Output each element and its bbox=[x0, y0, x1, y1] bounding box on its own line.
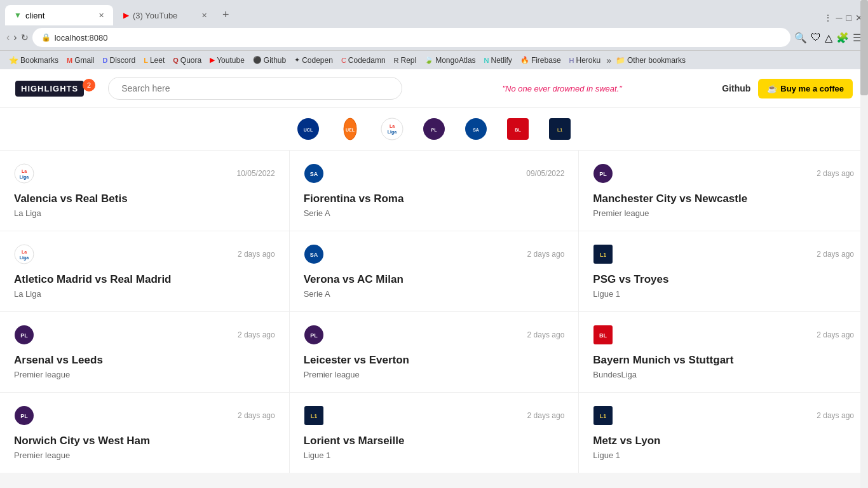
match-date: 2 days ago bbox=[527, 411, 565, 420]
match-card[interactable]: SA 09/05/2022 Fiorentina vs Roma Serie A bbox=[290, 151, 579, 231]
url-text[interactable]: localhost:8080 bbox=[55, 33, 108, 43]
match-title: Norwich City vs West Ham bbox=[14, 435, 275, 447]
match-card[interactable]: PL 2 days ago Norwich City vs West Ham P… bbox=[0, 393, 289, 473]
svg-text:PL: PL bbox=[20, 413, 28, 419]
coffee-button[interactable]: ☕ Buy me a coffee bbox=[758, 79, 853, 98]
match-meta: PL 2 days ago bbox=[593, 163, 854, 184]
folder-icon: 📁 bbox=[616, 56, 625, 65]
match-meta: La Liga 10/05/2022 bbox=[14, 163, 275, 184]
minimize-btn[interactable]: ─ bbox=[836, 13, 843, 23]
bookmark-bookmarks[interactable]: ⭐ Bookmarks bbox=[5, 55, 62, 66]
bookmark-firebase[interactable]: 🔥 Firebase bbox=[517, 55, 565, 66]
tab-yt-favicon: ▶ bbox=[123, 11, 129, 20]
forward-button[interactable]: › bbox=[13, 32, 17, 43]
bookmark-other[interactable]: 📁 Other bookmarks bbox=[612, 55, 689, 66]
svg-text:L1: L1 bbox=[600, 252, 607, 258]
match-title: Atletico Madrid vs Real Madrid bbox=[14, 273, 275, 286]
bookmark-repl[interactable]: R Repl bbox=[390, 55, 421, 66]
match-date: 2 days ago bbox=[817, 250, 854, 259]
tab-active[interactable]: ▼ client ✕ bbox=[5, 5, 113, 25]
match-title: Lorient vs Marseille bbox=[304, 435, 565, 447]
codepen-icon: ✦ bbox=[294, 56, 300, 64]
address-input-wrapper[interactable]: 🔒 localhost:8080 bbox=[32, 28, 790, 47]
github-button[interactable]: Github bbox=[722, 83, 750, 93]
bookmark-gmail[interactable]: M Gmail bbox=[63, 55, 98, 66]
match-card[interactable]: La Liga 2 days ago Atletico Madrid vs Re… bbox=[0, 231, 289, 311]
match-title: Fiorentina vs Roma bbox=[304, 193, 565, 205]
match-card[interactable]: L1 2 days ago Metz vs Lyon Ligue 1 bbox=[579, 393, 868, 473]
svg-text:PL: PL bbox=[310, 332, 318, 339]
league-icon-cl[interactable]: UCL bbox=[296, 117, 320, 141]
match-league-label: Serie A bbox=[304, 289, 565, 299]
match-meta: SA 09/05/2022 bbox=[304, 163, 565, 184]
match-title: Arsenal vs Leeds bbox=[14, 354, 275, 367]
extensions-icon[interactable]: 🧩 bbox=[836, 32, 849, 44]
match-date: 2 days ago bbox=[817, 169, 854, 178]
search-input[interactable] bbox=[108, 77, 402, 100]
new-tab-button[interactable]: + bbox=[217, 8, 234, 22]
back-button[interactable]: ‹ bbox=[6, 32, 10, 43]
bookmark-quora[interactable]: Q Quora bbox=[169, 55, 205, 66]
bookmark-netlify[interactable]: N Netlify bbox=[480, 55, 516, 66]
scrollbar-thumb[interactable] bbox=[860, 0, 868, 95]
maximize-btn[interactable]: □ bbox=[846, 13, 851, 23]
svg-text:La: La bbox=[22, 169, 27, 173]
tab-yt-close[interactable]: ✕ bbox=[201, 11, 207, 20]
league-icon-laliga[interactable]: La Liga bbox=[380, 117, 404, 141]
svg-text:PL: PL bbox=[600, 171, 607, 177]
leet-icon: L bbox=[144, 57, 148, 64]
match-card[interactable]: PL 2 days ago Arsenal vs Leeds Premier l… bbox=[0, 312, 289, 392]
tab-close-btn[interactable]: ✕ bbox=[98, 11, 104, 20]
match-league-label: Serie A bbox=[304, 208, 565, 218]
bookmark-github[interactable]: ⚫ Github bbox=[249, 55, 290, 66]
reload-button[interactable]: ↻ bbox=[21, 32, 29, 43]
match-card[interactable]: L1 2 days ago Lorient vs Marseille Ligue… bbox=[290, 393, 579, 473]
match-card[interactable]: SA 2 days ago Verona vs AC Milan Serie A bbox=[290, 231, 579, 311]
repl-icon: R bbox=[394, 57, 399, 64]
more-bookmarks-icon[interactable]: » bbox=[606, 55, 611, 65]
match-meta: L1 2 days ago bbox=[593, 244, 854, 264]
league-icon-seriea[interactable]: SA bbox=[464, 117, 488, 141]
match-meta: SA 2 days ago bbox=[304, 244, 565, 264]
brave-shield-icon[interactable]: 🛡 bbox=[811, 32, 821, 43]
heroku-icon: H bbox=[569, 57, 574, 64]
address-bar: ‹ › ↻ 🔒 localhost:8080 🔍 🛡 △ 🧩 ☰ bbox=[0, 25, 868, 50]
bookmark-mongo[interactable]: 🍃 MongoAtlas bbox=[421, 55, 479, 66]
match-card[interactable]: L1 2 days ago PSG vs Troyes Ligue 1 bbox=[579, 231, 868, 311]
bookmark-codedamn[interactable]: C Codedamn bbox=[337, 55, 390, 66]
match-card[interactable]: La Liga 10/05/2022 Valencia vs Real Beti… bbox=[0, 151, 289, 231]
bookmark-youtube[interactable]: ▶ Youtube bbox=[206, 55, 248, 66]
match-card[interactable]: PL 2 days ago Leicester vs Everton Premi… bbox=[290, 312, 579, 392]
brave-rewards-icon[interactable]: △ bbox=[825, 32, 832, 44]
svg-text:SA: SA bbox=[309, 252, 318, 258]
header-actions: Github ☕ Buy me a coffee bbox=[722, 79, 853, 98]
search-icon[interactable]: 🔍 bbox=[794, 32, 807, 44]
match-league-badge: L1 bbox=[593, 244, 613, 264]
match-card[interactable]: PL 2 days ago Manchester City vs Newcast… bbox=[579, 151, 868, 231]
match-meta: La Liga 2 days ago bbox=[14, 244, 275, 264]
league-icon-uel[interactable]: UEL bbox=[338, 117, 362, 141]
bookmark-discord[interactable]: D Discord bbox=[99, 55, 140, 66]
tab-inactive[interactable]: ▶ (3) YouTube ✕ bbox=[114, 5, 216, 25]
bookmark-codepen[interactable]: ✦ Codepen bbox=[290, 55, 337, 66]
match-league-label: Ligue 1 bbox=[593, 289, 854, 299]
svg-text:La: La bbox=[390, 124, 395, 128]
svg-text:PL: PL bbox=[431, 128, 438, 132]
league-icon-bundesliga[interactable]: BL bbox=[506, 117, 530, 141]
match-card[interactable]: BL 2 days ago Bayern Munich vs Stuttgart… bbox=[579, 312, 868, 392]
tab-list-icon[interactable]: ⋮ bbox=[824, 13, 832, 23]
match-date: 10/05/2022 bbox=[237, 169, 275, 178]
scrollbar-track[interactable] bbox=[860, 0, 868, 473]
match-title: Valencia vs Real Betis bbox=[14, 193, 275, 205]
league-icon-ligue1[interactable]: L1 bbox=[548, 117, 572, 141]
bookmark-leet[interactable]: L Leet bbox=[140, 55, 168, 66]
match-league-label: La Liga bbox=[14, 289, 275, 299]
match-league-badge: La Liga bbox=[14, 163, 34, 184]
svg-text:Liga: Liga bbox=[20, 255, 29, 261]
league-icon-pl[interactable]: PL bbox=[422, 117, 446, 141]
svg-text:L1: L1 bbox=[557, 128, 562, 132]
app-logo[interactable]: HIGHLIGHTS 2 bbox=[15, 81, 95, 97]
match-league-label: Premier league bbox=[14, 370, 275, 379]
bookmark-heroku[interactable]: H Heroku bbox=[566, 55, 605, 66]
match-league-badge: L1 bbox=[304, 405, 324, 426]
